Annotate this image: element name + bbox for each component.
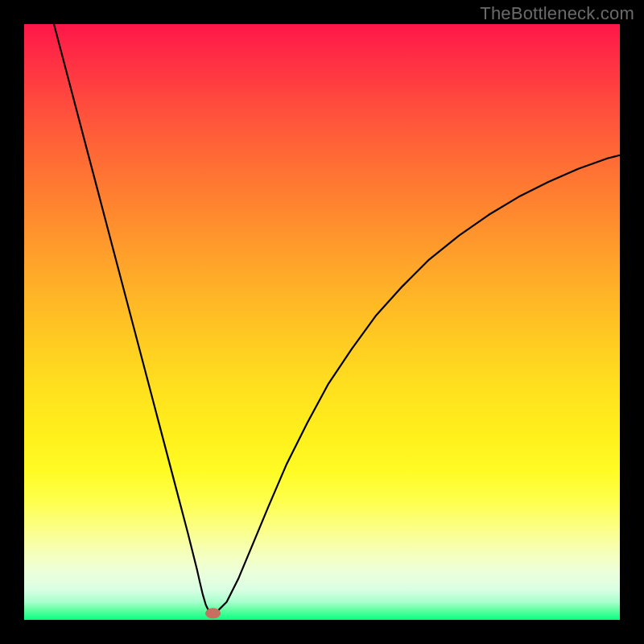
min-marker (205, 608, 221, 618)
chart-frame: TheBottleneck.com (0, 0, 644, 644)
curve-svg (24, 24, 620, 620)
watermark-text: TheBottleneck.com (480, 3, 634, 24)
plot-area (24, 24, 620, 620)
bottleneck-curve (54, 24, 620, 613)
